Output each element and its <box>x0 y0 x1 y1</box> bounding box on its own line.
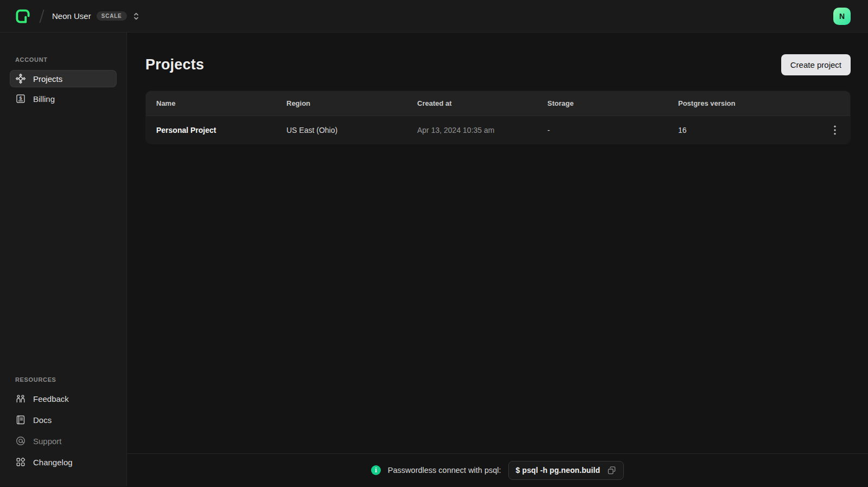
row-actions-menu-button[interactable] <box>827 123 843 138</box>
table-row[interactable]: Personal Project US East (Ohio) Apr 13, … <box>146 116 850 144</box>
column-header-name: Name <box>146 99 276 107</box>
info-icon: i <box>371 465 381 475</box>
people-icon <box>15 393 26 404</box>
column-header-created-at: Created at <box>407 99 537 107</box>
selector-chevrons-icon[interactable] <box>132 12 140 21</box>
main-content: Projects Create project Name Region Crea… <box>127 33 868 486</box>
plan-badge: SCALE <box>97 11 127 21</box>
sidebar-item-changelog[interactable]: Changelog <box>10 453 117 471</box>
resources-section-label: RESOURCES <box>15 376 111 383</box>
connection-footer: i Passwordless connect with psql: $ psql… <box>127 453 868 486</box>
table-header-row: Name Region Created at Storage Postgres … <box>146 91 850 116</box>
sidebar-item-label: Changelog <box>33 458 73 467</box>
top-bar: Neon User SCALE N <box>0 0 868 33</box>
page-title: Projects <box>145 56 204 73</box>
breadcrumb-slash <box>39 9 44 23</box>
projects-node-icon <box>15 73 26 84</box>
org-name[interactable]: Neon User <box>52 11 91 21</box>
sidebar-item-support[interactable]: Support <box>10 432 117 450</box>
sidebar-item-label: Support <box>33 437 62 446</box>
lifebuoy-icon <box>15 435 26 446</box>
sidebar-item-label: Billing <box>33 94 55 104</box>
sidebar-item-feedback[interactable]: Feedback <box>10 390 117 407</box>
project-name-cell[interactable]: Personal Project <box>146 126 276 134</box>
column-header-region: Region <box>276 99 407 107</box>
copy-command-button[interactable] <box>607 466 616 475</box>
column-header-postgres-version: Postgres version <box>668 99 820 107</box>
squares-grid-icon <box>15 457 26 467</box>
project-postgres-version-cell: 16 <box>668 126 820 134</box>
neon-logo-icon[interactable] <box>14 8 31 25</box>
project-region-cell: US East (Ohio) <box>276 126 407 134</box>
copy-icon <box>607 466 616 475</box>
sidebar: ACCOUNT Projects $ <box>0 33 127 486</box>
kebab-icon <box>834 125 836 135</box>
sidebar-item-billing[interactable]: $ Billing <box>10 90 117 107</box>
document-icon <box>15 414 26 425</box>
project-storage-cell: - <box>537 126 668 134</box>
psql-command-text: $ psql -h pg.neon.build <box>516 466 601 475</box>
sidebar-item-label: Docs <box>33 415 52 425</box>
create-project-button[interactable]: Create project <box>781 54 851 75</box>
avatar[interactable]: N <box>833 8 851 25</box>
sidebar-item-docs[interactable]: Docs <box>10 411 117 428</box>
projects-table: Name Region Created at Storage Postgres … <box>145 91 851 144</box>
sidebar-item-projects[interactable]: Projects <box>10 70 117 87</box>
sidebar-item-label: Projects <box>33 74 62 84</box>
dollar-square-icon: $ <box>15 93 26 104</box>
svg-text:$: $ <box>19 95 22 101</box>
column-header-storage: Storage <box>537 99 668 107</box>
passwordless-connect-message: Passwordless connect with psql: <box>388 466 501 475</box>
account-section-label: ACCOUNT <box>15 56 111 63</box>
project-created-at-cell: Apr 13, 2024 10:35 am <box>407 126 537 134</box>
sidebar-item-label: Feedback <box>33 394 69 403</box>
psql-command-box[interactable]: $ psql -h pg.neon.build <box>508 461 624 480</box>
